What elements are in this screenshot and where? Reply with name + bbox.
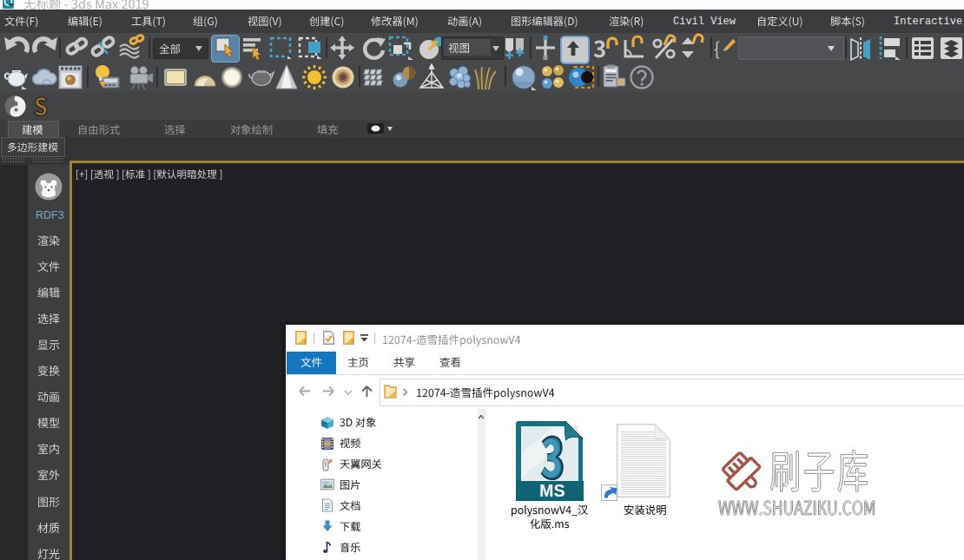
svg-text:MS: MS — [539, 481, 565, 500]
